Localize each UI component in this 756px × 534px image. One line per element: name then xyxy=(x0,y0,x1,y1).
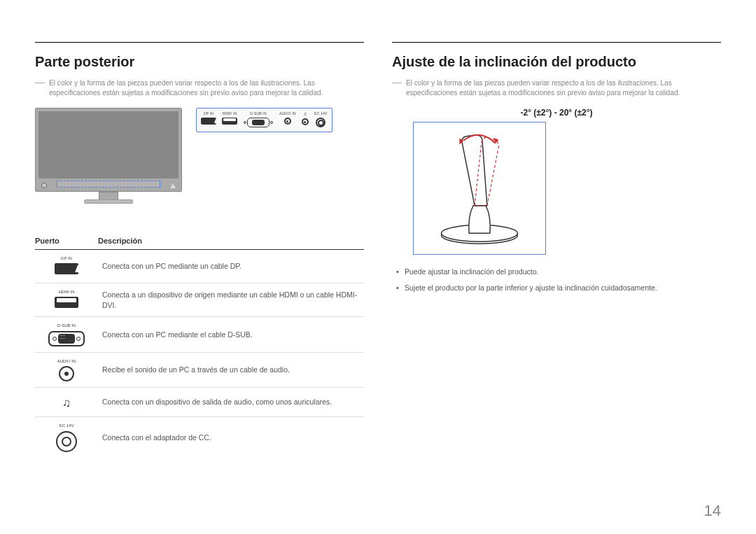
divider xyxy=(35,42,364,43)
tilt-bullet-list: Puede ajustar la inclinación del product… xyxy=(396,266,721,294)
port-desc: Conecta con el adaptador de CC. xyxy=(98,417,364,458)
port-desc: Conecta a un dispositivo de origen media… xyxy=(98,283,364,317)
dsub-port-icon xyxy=(247,118,270,127)
dc-port-icon xyxy=(316,118,326,127)
port-label: HDMI IN xyxy=(223,111,237,115)
port-desc: Conecta con un PC mediante el cable D-SU… xyxy=(98,317,364,352)
table-row: ♫ Conecta con un dispositivo de salida d… xyxy=(35,387,364,416)
port-label: AUDIO IN xyxy=(279,111,296,115)
table-row: DC 14V Conecta con el adaptador de CC. xyxy=(35,417,364,458)
rear-illustration-wrap: DP IN HDMI IN D-SUB IN AUDIO IN ♫ DC 14V xyxy=(35,108,364,213)
dp-port-icon xyxy=(55,263,78,274)
right-column: Ajuste de la inclinación del producto El… xyxy=(392,42,721,458)
page-number: 14 xyxy=(704,502,721,520)
col-header-desc: Descripción xyxy=(98,234,364,250)
kensington-icon xyxy=(41,183,47,188)
audio-jack-icon xyxy=(59,366,74,381)
table-row: AUDIO IN Recibe el sonido de un PC a tra… xyxy=(35,352,364,387)
col-header-port: Puerto xyxy=(35,234,98,250)
dc-port-icon xyxy=(56,431,77,452)
ports-table: Puerto Descripción DP IN Conecta con un … xyxy=(35,234,364,458)
note-text: El color y la forma de las piezas pueden… xyxy=(49,78,364,98)
table-row: D-SUB IN Conecta con un PC mediante el c… xyxy=(35,317,364,352)
port-desc: Conecta con un PC mediante un cable DP. xyxy=(98,250,364,283)
divider xyxy=(392,42,721,43)
port-label: DP IN xyxy=(204,111,214,115)
heading-rear: Parte posterior xyxy=(35,54,364,70)
note-dash-icon xyxy=(392,83,402,83)
tilt-range-label: -2° (±2°) - 20° (±2°) xyxy=(392,108,721,118)
note-text: El color y la forma de las piezas pueden… xyxy=(406,78,721,98)
port-zoom-panel: DP IN HDMI IN D-SUB IN AUDIO IN ♫ DC 14V xyxy=(196,108,332,132)
left-column: Parte posterior El color y la forma de l… xyxy=(35,42,364,458)
monitor-rear-icon xyxy=(35,108,182,213)
dp-port-icon xyxy=(201,118,216,125)
port-label: D-SUB IN xyxy=(250,111,267,115)
table-row: DP IN Conecta con un PC mediante un cabl… xyxy=(35,250,364,283)
port-desc: Recibe el sonido de un PC a través de un… xyxy=(98,352,364,387)
port-desc: Conecta con un dispositivo de salida de … xyxy=(98,387,364,416)
table-row: HDMI IN Conecta a un dispositivo de orig… xyxy=(35,283,364,317)
warning-icon xyxy=(170,183,176,188)
headphone-jack-icon xyxy=(302,118,309,125)
list-item: Puede ajustar la inclinación del product… xyxy=(396,266,721,278)
heading-tilt: Ajuste de la inclinación del producto xyxy=(392,54,721,70)
hdmi-port-icon xyxy=(55,297,78,308)
tilt-illustration xyxy=(413,122,546,255)
dsub-port-icon xyxy=(48,331,85,346)
note-row: El color y la forma de las piezas pueden… xyxy=(392,78,721,98)
hdmi-port-icon xyxy=(222,118,237,125)
note-row: El color y la forma de las piezas pueden… xyxy=(35,78,364,98)
list-item: Sujete el producto por la parte inferior… xyxy=(396,282,721,294)
audio-jack-icon xyxy=(284,118,291,125)
note-dash-icon xyxy=(35,83,45,83)
headphone-icon: ♫ xyxy=(303,111,307,116)
headphone-icon: ♫ xyxy=(62,395,71,411)
port-label: DC 14V xyxy=(314,111,328,115)
